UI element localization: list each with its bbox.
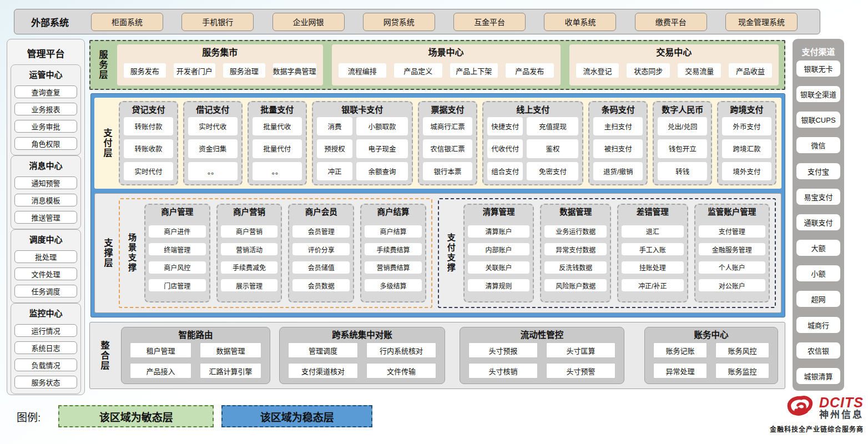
management-platform-panel: 管理平台 运管中心查询查复业务报表业务审批角色权限消息中心通知预警消息模板推送管… bbox=[7, 39, 85, 395]
support-item-chip: 展示管理 bbox=[221, 279, 278, 291]
support-column: 清算管理清算账户内部账户关联账户清算规则 bbox=[463, 204, 534, 302]
management-item-chip: 系统日志 bbox=[14, 341, 77, 354]
service-group-title: 场景中心 bbox=[339, 46, 554, 59]
payment-item-chip: 转账付款 bbox=[124, 117, 173, 135]
external-system-chip: 手机银行 bbox=[181, 13, 254, 31]
management-item-chip: 查询查复 bbox=[14, 85, 77, 98]
payment-column: 跨境支付外币支付跨境汇款境外支付 bbox=[717, 101, 776, 185]
payment-column-title: 票据支付 bbox=[423, 103, 472, 117]
payment-channel-chip: 城银清算 bbox=[796, 368, 840, 384]
external-system-chip: 企业网银 bbox=[272, 13, 345, 31]
management-group: 消息中心通知预警消息模板推送管理 bbox=[11, 155, 81, 229]
integration-layer: 整合层 智能路由租户管理数据管理产品接入汇路计算引擎跨系统集中对账管理调度行内系… bbox=[89, 322, 785, 389]
integration-item-chip: 产品接入 bbox=[130, 363, 191, 379]
payment-column-title: 银联卡支付 bbox=[317, 103, 408, 117]
service-item-chip: 产品定义 bbox=[394, 63, 442, 78]
support-item-chip: 退汇 bbox=[622, 225, 684, 238]
integration-group-title: 跨系统集中对账 bbox=[288, 328, 436, 342]
service-item-chip: 流程编排 bbox=[339, 63, 387, 78]
payment-item-chip: 钱包开立 bbox=[658, 139, 707, 158]
service-group-title: 交易中心 bbox=[576, 46, 772, 59]
support-column-items: 清算账户内部账户关联账户清算规则 bbox=[468, 219, 530, 297]
payment-item-chip: 。。 bbox=[188, 162, 238, 180]
management-groups: 运管中心查询查复业务报表业务审批角色权限消息中心通知预警消息模板推送管理调度中心… bbox=[11, 64, 81, 394]
support-group: 支付支撑清算管理清算账户内部账户关联账户清算规则数据管理业务运行数据异常支付数据… bbox=[438, 198, 776, 308]
payment-channel-chip: 微信 bbox=[796, 137, 840, 153]
management-item-chip: 文件处理 bbox=[14, 268, 77, 280]
payment-column-items: 批量代收批量代付。。 bbox=[253, 117, 302, 180]
external-systems-label: 外部系统 bbox=[31, 15, 69, 29]
support-layer: 支撑层 场景支撑商户管理商户进件终端管理商户风控门店管理商户营销商户营销营销活动… bbox=[94, 193, 781, 313]
support-item-chip: 商户风控 bbox=[149, 261, 206, 274]
payment-item-chip: 余额查询 bbox=[356, 162, 408, 180]
payment-item-chip: 批量代付 bbox=[253, 139, 302, 158]
support-item-chip: 反洗钱数据 bbox=[544, 261, 607, 274]
integration-item-chip: 头寸核销 bbox=[468, 363, 538, 379]
external-systems-list: 柜面系统手机银行企业网银网贷系统互金平台收单系统缴费平台现金管理系统 bbox=[91, 13, 798, 31]
payment-item-chip: 批量代收 bbox=[253, 117, 302, 135]
integration-item-chip: 汇路计算引擎 bbox=[200, 363, 261, 379]
payment-column-items: 城商行汇票农信银汇票银行本票 bbox=[423, 117, 472, 180]
payment-column-title: 条码支付 bbox=[593, 103, 643, 117]
support-column: 差错管理退汇手工入账挂账处理冲正/补正 bbox=[617, 204, 688, 302]
payment-column: 批量支付批量代收批量代付。。 bbox=[248, 101, 307, 185]
management-group: 调度中心批处理文件处理任务调度 bbox=[11, 229, 81, 303]
payment-channel-chip: 超网 bbox=[796, 291, 840, 307]
management-item-chip: 负载情况 bbox=[14, 359, 77, 371]
support-item-chip: 会员管理 bbox=[292, 225, 350, 238]
management-group: 运管中心查询查复业务报表业务审批角色权限 bbox=[11, 64, 81, 155]
payment-item-chip: 转钱 bbox=[658, 162, 707, 180]
support-column: 商户营销商户营销营销活动手续费减免展示管理 bbox=[216, 204, 282, 302]
payment-channel-chip: 小额 bbox=[796, 265, 840, 281]
integration-item-chip: 头寸匡算 bbox=[546, 342, 615, 358]
payment-item-chip: 鉴权 bbox=[527, 139, 578, 158]
support-item-chip: 手工入账 bbox=[622, 243, 684, 255]
payment-item-chip: 被扫支付 bbox=[593, 139, 643, 158]
management-item-chip: 业务审批 bbox=[14, 120, 77, 133]
support-column-title: 监管账户管理 bbox=[699, 205, 765, 219]
support-item-chip: 营销费结算 bbox=[365, 261, 422, 274]
support-column-title: 商户管理 bbox=[149, 205, 206, 219]
payment-item-chip: 实时代收 bbox=[188, 117, 238, 135]
integration-group-items: 头寸预报头寸匡算头寸核销头寸预警 bbox=[468, 342, 615, 379]
payment-item-chip: 冲正 bbox=[317, 162, 353, 180]
payment-channel-chip: 农信银 bbox=[796, 342, 840, 359]
integration-group: 账务中心账务记账账务风控异常处理账务监控 bbox=[644, 327, 778, 384]
support-item-chip: 评价分享 bbox=[292, 243, 350, 255]
support-column-title: 清算管理 bbox=[468, 205, 530, 219]
support-item-chip: 多级结算 bbox=[365, 279, 422, 291]
support-item-chip: 手续费减免 bbox=[221, 261, 278, 274]
integration-item-chip: 头寸预报 bbox=[468, 342, 538, 358]
service-item-chip: 产品发布 bbox=[506, 63, 554, 78]
management-item-chip: 推送管理 bbox=[14, 211, 77, 224]
payment-item-chip: 小额取款 bbox=[356, 117, 408, 135]
payment-item-chip: 资金归集 bbox=[188, 139, 238, 158]
support-item-chip: 商户进件 bbox=[149, 225, 206, 238]
management-item-chip: 角色权限 bbox=[14, 137, 77, 150]
integration-group: 跨系统集中对账管理调度行内系统核对支付渠道核对文件传输 bbox=[279, 327, 445, 384]
payment-channel-chip: 支付宝 bbox=[796, 163, 840, 179]
management-item-chip: 消息模板 bbox=[14, 194, 77, 206]
integration-item-chip: 租户管理 bbox=[130, 342, 191, 358]
integration-item-chip: 行内系统核对 bbox=[366, 342, 436, 358]
service-item-chip: 服务治理 bbox=[223, 63, 265, 78]
integration-item-chip: 异常处理 bbox=[653, 363, 707, 379]
integration-group-items: 账务记账账务风控异常处理账务监控 bbox=[653, 342, 769, 379]
support-item-chip: 关联账户 bbox=[468, 261, 530, 274]
integration-group-title: 智能路由 bbox=[130, 328, 261, 342]
payment-column: 线上支付快捷支付充值提现代收代付鉴权组合支付免密支付 bbox=[482, 101, 583, 185]
service-item-chip: 流水登记 bbox=[576, 63, 619, 78]
service-group-items: 服务发布开发者门户服务治理数据字典管理 bbox=[124, 59, 316, 82]
payment-channel-chip: 城商行 bbox=[796, 317, 840, 333]
service-item-chip: 状态同步 bbox=[627, 63, 670, 78]
support-item-chip: 支付管理 bbox=[699, 225, 765, 238]
support-column: 商户管理商户进件终端管理商户风控门店管理 bbox=[144, 204, 210, 302]
legend-stable-layer: 该区域为稳态层 bbox=[221, 405, 372, 427]
support-column-items: 商户进件终端管理商户风控门店管理 bbox=[149, 219, 206, 297]
legend-agile-layer: 该区域为敏态层 bbox=[58, 405, 214, 427]
payment-item-chip: 代收代付 bbox=[487, 139, 523, 158]
payment-column-title: 线上支付 bbox=[487, 103, 578, 117]
legend-label: 图例: bbox=[17, 409, 41, 424]
payment-column: 票据支付城商行汇票农信银汇票银行本票 bbox=[418, 101, 477, 185]
integration-group-items: 管理调度行内系统核对支付渠道核对文件传输 bbox=[288, 342, 436, 379]
